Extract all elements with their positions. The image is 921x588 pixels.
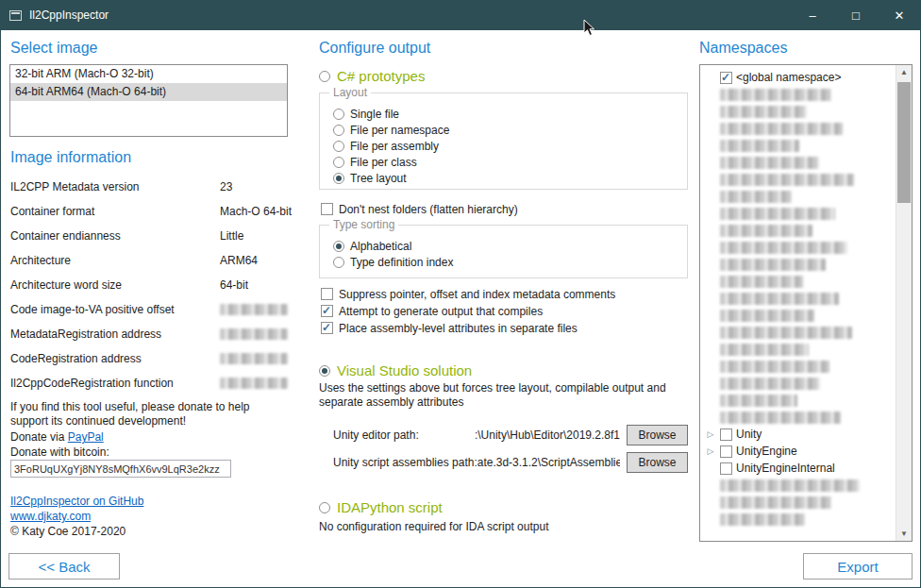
checkbox-icon[interactable] — [720, 445, 732, 458]
layout-option-label: Single file — [350, 108, 399, 121]
checkbox-icon — [321, 305, 333, 317]
namespace-item — [700, 358, 896, 375]
namespace-label: <global namespace> — [736, 71, 841, 84]
checkbox-icon — [321, 322, 333, 334]
namespace-item — [700, 171, 896, 188]
flatten-checkbox-row: Don't nest folders (flatten hierarchy) — [321, 202, 518, 218]
namespace-item — [700, 188, 896, 205]
output-checkbox-label: Place assembly-level attributes in separ… — [339, 322, 578, 335]
type-sorting-option[interactable]: Alphabetical — [333, 239, 453, 253]
namespace-item — [700, 103, 896, 120]
layout-option-label: Tree layout — [350, 172, 407, 185]
info-label: CodeRegistration address — [10, 352, 220, 365]
namespace-label: UnityEngineInternal — [736, 462, 835, 475]
titlebar[interactable]: Il2CppInspector – □ ✕ — [0, 0, 921, 30]
namespace-item[interactable]: ▷Unity — [700, 426, 896, 443]
mouse-cursor — [583, 19, 596, 38]
layout-option[interactable]: Single file — [333, 107, 449, 121]
layout-option[interactable]: File per namespace — [333, 123, 449, 137]
checkbox-icon[interactable] — [720, 72, 732, 84]
info-label: Code image-to-VA positive offset — [10, 303, 220, 316]
namespace-item — [700, 392, 896, 409]
namespace-item — [700, 86, 896, 103]
unity-path-row: Unity script assemblies path:ate.3d-3.1.… — [333, 452, 688, 473]
field-value: ate.3d-3.1.2\ScriptAssemblies — [477, 456, 620, 469]
checkbox-icon[interactable] — [720, 428, 732, 441]
namespace-item[interactable]: <global namespace> — [700, 69, 896, 86]
idapython-script-radio[interactable]: IDAPython script — [319, 499, 443, 515]
scrollbar-thumb[interactable] — [897, 82, 911, 203]
layout-option[interactable]: File per class — [333, 155, 449, 169]
unity-path-row: Unity editor path::\Unity\Hub\Editor\201… — [333, 425, 688, 445]
back-button[interactable]: << Back — [8, 553, 120, 580]
info-value-redacted — [220, 353, 288, 364]
info-value: Little — [220, 229, 243, 243]
paypal-link[interactable]: PayPal — [68, 430, 104, 444]
namespace-item[interactable]: ▷UnityEngine — [700, 443, 896, 460]
namespace-item — [700, 290, 896, 307]
bitcoin-address-input[interactable] — [10, 460, 231, 478]
browse-button[interactable]: Browse — [627, 425, 688, 445]
info-label: Il2CppCodeRegistration function — [10, 377, 220, 390]
github-link[interactable]: Il2CppInspector on GitHub — [10, 495, 143, 508]
minimize-button[interactable]: – — [791, 0, 834, 30]
namespace-redacted — [720, 513, 805, 526]
image-list-item[interactable]: 32-bit ARM (Mach-O 32-bit) — [10, 65, 287, 83]
image-info-table: IL2CPP Metadata version23Container forma… — [10, 175, 288, 395]
radio-icon — [333, 157, 344, 168]
scroll-down-icon[interactable]: ▼ — [896, 527, 912, 541]
layout-option[interactable]: File per assembly — [333, 139, 449, 153]
type-sorting-option[interactable]: Type definition index — [333, 255, 453, 269]
namespace-label: UnityEngine — [736, 445, 797, 458]
radio-icon — [319, 502, 330, 513]
csharp-prototypes-radio[interactable]: C# prototypes — [319, 68, 425, 84]
app-icon — [9, 10, 22, 21]
image-info-row: Container formatMach-O 64-bit — [10, 199, 288, 224]
idapython-description: No configuration required for IDA script… — [319, 520, 548, 533]
output-checkbox[interactable]: Place assembly-level attributes in separ… — [321, 321, 615, 335]
namespace-redacted — [720, 327, 852, 339]
export-button[interactable]: Export — [803, 553, 913, 580]
namespace-redacted — [720, 276, 803, 288]
image-listbox[interactable]: 32-bit ARM (Mach-O 32-bit)64-bit ARM64 (… — [9, 64, 288, 137]
image-list-item[interactable]: 64-bit ARM64 (Mach-O 64-bit) — [10, 83, 287, 101]
output-checkbox[interactable]: Suppress pointer, offset and index metad… — [321, 287, 615, 301]
browse-button[interactable]: Browse — [627, 452, 688, 473]
donate-text: If you find this tool useful, please don… — [10, 400, 286, 428]
configure-output-heading: Configure output — [319, 40, 430, 57]
namespace-item — [700, 120, 896, 137]
expander-icon[interactable]: ▷ — [705, 429, 716, 439]
info-label: IL2CPP Metadata version — [10, 180, 220, 193]
info-value: 64-bit — [220, 278, 248, 292]
select-image-heading: Select image — [10, 40, 98, 57]
layout-option-label: File per assembly — [350, 140, 439, 153]
visual-studio-solution-radio[interactable]: Visual Studio solution — [319, 362, 472, 378]
image-info-row: Il2CppCodeRegistration function — [10, 371, 288, 395]
namespace-item — [700, 205, 896, 222]
radio-icon — [333, 241, 344, 252]
image-info-row: ArchitectureARM64 — [10, 248, 288, 273]
info-value-redacted — [220, 378, 288, 389]
layout-option[interactable]: Tree layout — [333, 171, 449, 185]
namespace-redacted — [720, 310, 814, 322]
image-info-row: Code image-to-VA positive offset — [10, 297, 288, 322]
namespace-redacted — [720, 106, 807, 118]
website-link[interactable]: www.djkaty.com — [10, 510, 91, 523]
output-checkbox[interactable]: Attempt to generate output that compiles — [321, 304, 615, 318]
namespace-item[interactable]: UnityEngineInternal — [700, 460, 896, 477]
namespace-item — [700, 324, 896, 341]
expander-icon[interactable]: ▷ — [705, 446, 716, 456]
radio-icon — [333, 257, 344, 268]
close-button[interactable]: ✕ — [878, 0, 921, 30]
namespace-item — [700, 375, 896, 392]
namespace-redacted — [720, 208, 835, 220]
image-info-row: IL2CPP Metadata version23 — [10, 175, 288, 199]
type-sorting-group-label: Type sorting — [329, 218, 398, 231]
namespaces-list[interactable]: <global namespace>▷Unity▷UnityEngineUnit… — [700, 69, 896, 541]
flatten-checkbox[interactable]: Don't nest folders (flatten hierarchy) — [321, 202, 518, 216]
namespaces-scrollbar[interactable]: ▲ ▼ — [896, 65, 912, 541]
scroll-up-icon[interactable]: ▲ — [896, 65, 912, 79]
maximize-button[interactable]: □ — [834, 0, 878, 30]
checkbox-icon[interactable] — [720, 462, 732, 475]
type-sorting-option-label: Alphabetical — [350, 240, 411, 253]
